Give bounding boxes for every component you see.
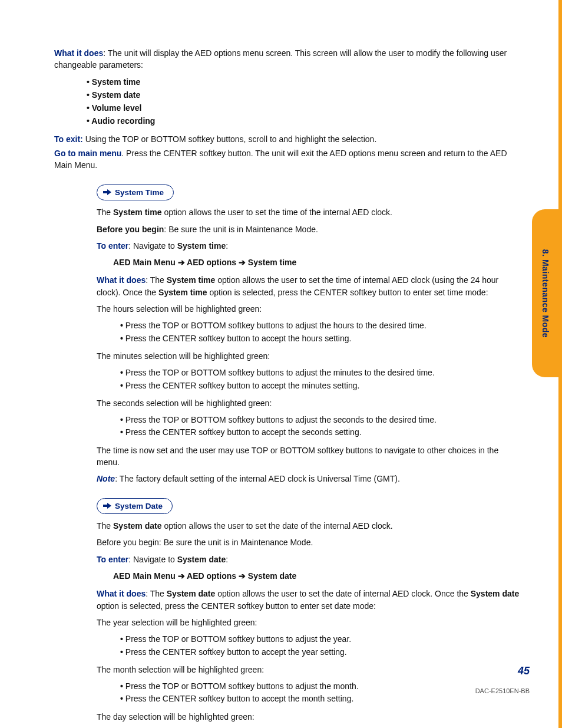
path-seg: AED Main Menu <box>113 571 176 581</box>
text: : Navigate to <box>128 555 177 564</box>
text: : The unit will display the AED options … <box>54 48 507 70</box>
param-list: System time System date Volume level Aud… <box>54 76 520 127</box>
seconds-steps: Press the TOP or BOTTOM softkey buttons … <box>97 414 520 439</box>
text-bold: System date <box>113 521 161 531</box>
list-item: Press the TOP or BOTTOM softkey buttons … <box>120 633 520 645</box>
text: : The factory default setting of the int… <box>115 474 400 483</box>
path-seg: System date <box>248 571 296 581</box>
page: 8. Maintenance Mode 45 DAC-E2510EN-BB Wh… <box>0 0 562 728</box>
text: The <box>97 521 113 531</box>
text: option allows the user to set the date o… <box>162 521 393 531</box>
side-stripe <box>558 0 562 728</box>
year-steps: Press the TOP or BOTTOM softkey buttons … <box>97 633 520 658</box>
text: option allows the user to set the time o… <box>162 207 392 217</box>
label-to-enter: To enter <box>97 241 128 251</box>
label-what-it-does: What it does <box>97 275 146 285</box>
pill-label: System Time <box>115 187 164 199</box>
para-month: The month selection will be highlighted … <box>97 664 520 676</box>
list-item: System date <box>87 89 520 101</box>
nav-path-date: AED Main Menu ➔ AED options ➔ System dat… <box>113 570 520 582</box>
text: : Navigate to <box>128 241 177 251</box>
pill-system-date: System Date <box>97 498 173 515</box>
para-minutes: The minutes selection will be highlighte… <box>97 350 520 362</box>
pill-label: System Date <box>115 500 163 512</box>
text: option allows the user to set the date o… <box>215 589 470 598</box>
para-go-main: Go to main menu. Press the CENTER softke… <box>54 147 520 172</box>
arrow-right-icon <box>103 502 111 509</box>
para-date-before: Before you begin: Be sure the unit is in… <box>97 536 520 548</box>
text: . Press the CENTER softkey button. The u… <box>54 149 507 170</box>
list-item: System time <box>87 76 520 88</box>
label-go-main: Go to main menu <box>54 149 121 158</box>
para-time-intro: The System time option allows the user t… <box>97 206 520 218</box>
path-seg: System time <box>248 258 296 267</box>
para-before-you-begin: Before you begin: Be sure the unit is in… <box>97 223 520 235</box>
label-to-enter: To enter <box>97 555 128 564</box>
list-item: Press the CENTER softkey button to accep… <box>120 332 520 344</box>
label-to-exit: To exit: <box>54 134 83 144</box>
para-what-it-does: What it does: The unit will display the … <box>54 47 520 71</box>
pill-system-time: System Time <box>97 185 174 201</box>
text: : The <box>146 589 167 598</box>
section-tab: 8. Maintenance Mode <box>532 209 558 377</box>
para-note: Note: The factory default setting of the… <box>97 473 520 485</box>
list-item: Press the TOP or BOTTOM softkey buttons … <box>120 319 520 331</box>
para-to-enter-date: To enter: Navigate to System date: <box>97 554 520 565</box>
section-system-date: System Date The System date option allow… <box>97 490 520 728</box>
list-item: Volume level <box>87 102 520 114</box>
month-steps: Press the TOP or BOTTOM softkey buttons … <box>97 680 520 705</box>
para-date-intro: The System date option allows the user t… <box>97 520 520 532</box>
list-item: Audio recording <box>87 115 520 127</box>
hours-steps: Press the TOP or BOTTOM softkey buttons … <box>97 319 520 344</box>
text: option is selected, press the CENTER sof… <box>97 601 376 611</box>
para-day: The day selection will be highlighted gr… <box>97 711 520 723</box>
path-seg: AED options <box>187 571 236 581</box>
list-item: Press the CENTER softkey button to accep… <box>120 380 520 391</box>
text-bold: System date <box>167 589 215 598</box>
text-bold: System time <box>167 275 215 285</box>
path-seg: AED options <box>187 258 236 267</box>
path-arrow: ➔ <box>236 571 248 581</box>
text: : <box>226 241 228 251</box>
para-date-body: What it does: The System date option all… <box>97 588 520 612</box>
text-bold: System date <box>177 555 226 564</box>
text: : The <box>146 275 167 285</box>
nav-path-time: AED Main Menu ➔ AED options ➔ System tim… <box>113 256 520 268</box>
text: Using the TOP or BOTTOM softkey buttons,… <box>83 134 377 144</box>
list-item: Press the TOP or BOTTOM softkey buttons … <box>120 680 520 692</box>
section-system-time: System Time The System time option allow… <box>97 176 520 485</box>
text: option is selected, press the CENTER sof… <box>207 288 488 297</box>
text: The <box>97 207 113 217</box>
text: : <box>226 555 228 564</box>
para-time-done: The time is now set and the user may use… <box>97 444 520 469</box>
para-year: The year selection will be highlighted g… <box>97 617 520 628</box>
para-time-body: What it does: The System time option all… <box>97 274 520 298</box>
list-item: Press the TOP or BOTTOM softkey buttons … <box>120 367 520 378</box>
path-arrow: ➔ <box>176 571 187 581</box>
label-before-begin: Before you begin <box>97 225 164 234</box>
list-item: Press the CENTER softkey button to accep… <box>120 646 520 658</box>
path-arrow: ➔ <box>236 258 248 267</box>
arrow-right-icon <box>103 189 111 196</box>
page-content: What it does: The unit will display the … <box>54 47 520 728</box>
section-tab-label: 8. Maintenance Mode <box>539 249 551 337</box>
minutes-steps: Press the TOP or BOTTOM softkey buttons … <box>97 367 520 391</box>
para-to-enter-time: To enter: Navigate to System time: <box>97 240 520 252</box>
list-item: Press the CENTER softkey button to accep… <box>120 693 520 704</box>
para-seconds: The seconds selection will be highlighte… <box>97 397 520 409</box>
label-what-it-does: What it does <box>54 48 103 58</box>
para-to-exit: To exit: Using the TOP or BOTTOM softkey… <box>54 133 520 145</box>
label-note: Note <box>97 474 115 483</box>
path-arrow: ➔ <box>176 258 187 267</box>
list-item: Press the CENTER softkey button to accep… <box>120 426 520 438</box>
text-bold: System date <box>471 589 519 598</box>
text-bold: System time <box>158 288 207 297</box>
text: : Be sure the unit is in Maintenance Mod… <box>164 225 318 234</box>
text-bold: System time <box>177 241 226 251</box>
label-what-it-does: What it does <box>97 589 146 598</box>
text-bold: System time <box>113 207 161 217</box>
list-item: Press the TOP or BOTTOM softkey buttons … <box>120 414 520 426</box>
path-seg: AED Main Menu <box>113 258 176 267</box>
para-hours: The hours selection will be highlighted … <box>97 303 520 315</box>
